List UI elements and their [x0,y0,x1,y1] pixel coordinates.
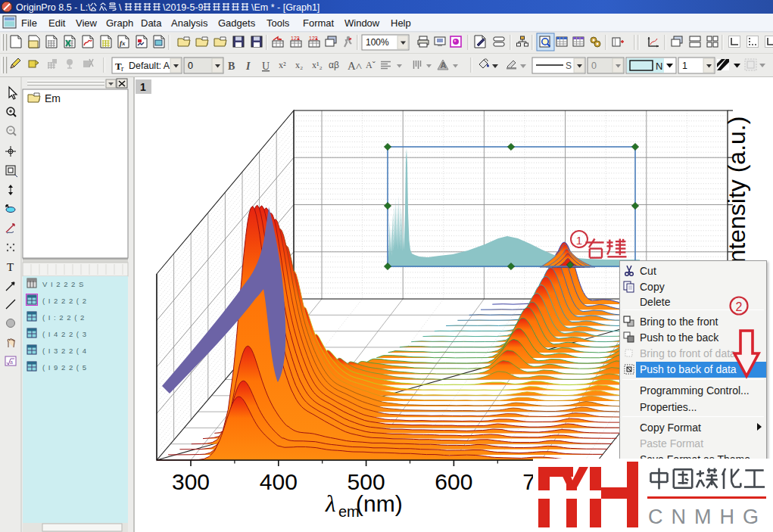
svg-text:x²: x² [279,60,286,70]
svg-text:A: A [441,61,447,70]
svg-text:100%: 100% [366,37,389,48]
svg-text:I: I [245,61,251,72]
svg-text:N: N [656,61,662,72]
svg-text:( I 9 2 2 ( 5: ( I 9 2 2 ( 5 [42,363,87,372]
svg-text:Default: A: Default: A [129,61,170,71]
svg-text:T: T [7,261,14,273]
svg-text:\: \ [119,2,122,13]
svg-text:Graph: Graph [106,17,133,29]
svg-text:1: 1 [140,81,146,93]
svg-text:( I 2 2 2 ( 2: ( I 2 2 2 ( 2 [42,297,87,305]
svg-text:B: B [228,61,235,72]
svg-text:x¹₂: x¹₂ [312,60,323,70]
svg-text:a: a [10,359,13,365]
svg-text:Tools: Tools [266,17,290,29]
svg-text:Edit: Edit [48,17,66,29]
svg-text:λ: λ [325,490,335,517]
svg-text:Intensity (a.u.): Intensity (a.u.) [723,117,750,270]
svg-text:Em: Em [45,92,61,104]
svg-text:Window: Window [344,17,380,29]
svg-text:( I 4 2 2 ( 3: ( I 4 2 2 ( 3 [42,330,87,338]
svg-text:x₂: x₂ [295,60,303,70]
svg-text:300: 300 [172,469,210,494]
svg-text:Data: Data [141,17,162,29]
svg-text:1: 1 [682,61,687,71]
svg-text:fx: fx [120,39,126,47]
svg-text:( I : 2 2 ( 2: ( I : 2 2 ( 2 [42,313,85,322]
svg-text:Analysis: Analysis [171,17,208,29]
svg-text:Format: Format [303,17,335,29]
svg-text:Gadgets: Gadgets [218,17,256,29]
svg-text:0: 0 [188,61,193,71]
svg-text:( I 3 2 2 ( 4: ( I 3 2 2 ( 4 [42,347,87,355]
svg-text:Aˇ: Aˇ [366,60,376,70]
svg-text:A˄: A˄ [348,60,362,72]
svg-text:View: View [76,17,98,29]
svg-text:V I 2 2 2 S: V I 2 2 2 S [42,280,84,288]
svg-text:\Em * - [Graph1]: \Em * - [Graph1] [251,2,319,13]
svg-text:1: 1 [576,234,582,247]
svg-text:OriginPro 8.5 - L:\: OriginPro 8.5 - L:\ [16,2,91,13]
svg-text:File: File [21,17,37,29]
svg-text:αβ: αβ [329,60,339,70]
svg-text:(nm): (nm) [356,491,403,516]
svg-text:700: 700 [522,469,560,494]
svg-text:\2019-5-9: \2019-5-9 [163,2,204,13]
svg-text:400: 400 [260,469,298,494]
svg-text:U: U [262,61,270,72]
svg-text:Help: Help [391,17,411,29]
svg-text:0: 0 [591,61,597,71]
svg-text:S: S [566,61,572,71]
svg-text:600: 600 [435,469,472,494]
